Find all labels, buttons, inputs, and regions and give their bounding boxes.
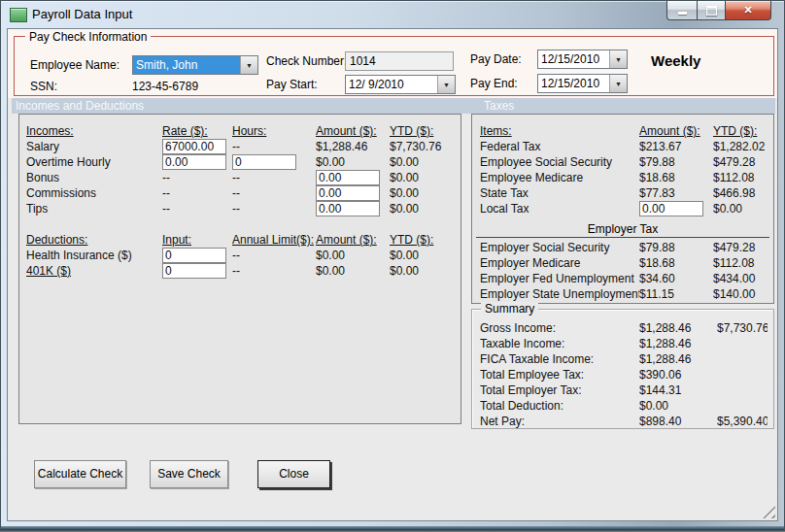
table-input[interactable]: 0.00 xyxy=(316,185,380,201)
table-cell: $0.00 xyxy=(713,202,768,216)
table-cell: $0.00 xyxy=(390,155,454,169)
table-cell: $390.06 xyxy=(639,368,717,382)
payroll-window: Payroll Data Input ✕ Pay Check Informati… xyxy=(0,0,785,531)
table-cell: $7,730.76 xyxy=(390,140,454,153)
table-cell: Gross Income: xyxy=(480,321,639,335)
check-number-field[interactable]: 1014 xyxy=(345,51,454,71)
table-input[interactable]: 0 xyxy=(232,154,296,170)
resize-grip[interactable] xyxy=(763,506,775,518)
table-cell: Health Insurance ($) xyxy=(26,249,162,262)
window-title: Payroll Data Input xyxy=(32,7,132,21)
table-cell: $0.00 xyxy=(316,155,390,169)
app-icon xyxy=(10,8,27,22)
pay-date-datepicker[interactable]: 12/15/2010 ▼ xyxy=(537,50,628,69)
title-bar[interactable]: Payroll Data Input ✕ xyxy=(1,1,784,28)
table-cell: $0.00 xyxy=(316,264,390,278)
pay-start-datepicker[interactable]: 12/ 9/2010 ▼ xyxy=(345,75,456,94)
table-cell: -- xyxy=(232,249,316,262)
table-cell: -- xyxy=(232,140,316,153)
ssn-label: SSN: xyxy=(30,80,57,93)
chevron-down-icon[interactable]: ▼ xyxy=(609,50,627,68)
deduction-table: Deductions:Input:Annual Limit($):Amount … xyxy=(26,233,454,280)
table-cell: $11.15 xyxy=(639,287,713,301)
table-cell: Net Pay: xyxy=(480,415,639,428)
table-cell: Employer Fed Unemployment xyxy=(480,272,639,285)
table-cell: $5,390.40 xyxy=(717,415,768,428)
table-cell: $112.08 xyxy=(713,256,768,270)
table-cell: $479.28 xyxy=(713,241,768,254)
table-cell: YTD ($): xyxy=(390,124,454,138)
table-cell: Deductions: xyxy=(26,233,162,247)
group-label: Pay Check Information xyxy=(25,30,151,44)
save-check-button[interactable]: Save Check xyxy=(150,460,228,488)
calculate-check-button[interactable]: Calculate Check xyxy=(34,460,126,488)
table-input[interactable]: 0.00 xyxy=(162,154,226,170)
employee-name-label: Employee Name: xyxy=(30,58,119,72)
table-cell: Employer Medicare xyxy=(480,256,639,270)
close-icon: ✕ xyxy=(743,4,752,17)
maximize-button[interactable] xyxy=(698,1,726,20)
table-cell: Rate ($): xyxy=(162,124,232,138)
employer-tax-header: Employer Tax xyxy=(476,222,769,238)
table-cell: Total Employer Tax: xyxy=(480,383,639,397)
table-cell: $0.00 xyxy=(639,399,717,413)
table-cell: Employer State Unemployment xyxy=(480,287,639,301)
table-cell: $144.31 xyxy=(639,383,717,397)
table-cell: YTD ($): xyxy=(390,233,454,247)
table-cell: -- xyxy=(162,186,232,200)
table-cell: State Tax xyxy=(480,186,639,200)
table-input[interactable]: 0 xyxy=(162,248,226,263)
check-number-label: Check Number: xyxy=(266,54,347,68)
pay-date-label: Pay Date: xyxy=(470,52,522,66)
chevron-down-icon[interactable]: ▼ xyxy=(437,76,455,93)
window-bottom-edge xyxy=(1,526,784,530)
chevron-down-icon[interactable]: ▼ xyxy=(240,56,257,74)
table-cell: $34.60 xyxy=(639,272,713,285)
table-input[interactable]: 0.00 xyxy=(639,201,703,216)
ssn-value: 123-45-6789 xyxy=(132,80,198,93)
taxes-panel: Items:Amount ($):YTD ($):Federal Tax$213… xyxy=(471,114,774,304)
employee-name-combobox[interactable]: Smith, John ▼ xyxy=(132,55,258,75)
table-cell: -- xyxy=(232,171,316,184)
incomes-section-header: Incomes and Deductions xyxy=(16,99,144,113)
table-cell: -- xyxy=(232,186,316,200)
table-cell: $0.00 xyxy=(390,171,454,184)
table-cell: $0.00 xyxy=(390,264,454,278)
table-cell: $479.28 xyxy=(713,155,768,169)
table-cell: $1,288.46 xyxy=(639,352,717,366)
close-check-button[interactable]: Close xyxy=(257,460,330,488)
table-cell: $1,288.46 xyxy=(316,140,390,153)
table-cell: $213.67 xyxy=(639,140,713,153)
table-cell: Hours: xyxy=(232,124,316,138)
table-cell: Annual Limit($): xyxy=(232,233,316,247)
income-table: Incomes:Rate ($):Hours:Amount ($):YTD ($… xyxy=(26,124,454,217)
table-input[interactable]: 67000.00 xyxy=(162,139,226,154)
table-cell: 401K ($) xyxy=(26,264,162,278)
table-cell: Bonus xyxy=(26,171,162,184)
table-cell: Federal Tax xyxy=(480,140,639,153)
employer-tax-table: Employer Social Security$79.88$479.28Emp… xyxy=(480,241,768,303)
table-cell: Amount ($): xyxy=(639,124,713,138)
summary-label: Summary xyxy=(481,302,538,316)
table-cell: -- xyxy=(232,202,316,216)
table-input[interactable]: 0 xyxy=(162,263,226,279)
table-cell: YTD ($): xyxy=(713,124,768,138)
table-cell: $1,288.46 xyxy=(639,337,717,350)
table-input[interactable]: 0.00 xyxy=(316,201,380,216)
table-cell: Amount ($): xyxy=(316,124,390,138)
chevron-down-icon[interactable]: ▼ xyxy=(609,75,627,92)
pay-date-value: 12/15/2010 xyxy=(538,50,609,68)
pay-end-datepicker[interactable]: 12/15/2010 ▼ xyxy=(537,74,628,93)
table-cell: Local Tax xyxy=(480,202,639,216)
table-cell: FICA Taxable Income: xyxy=(480,352,639,366)
close-button[interactable]: ✕ xyxy=(726,1,771,20)
table-cell: $434.00 xyxy=(713,272,768,285)
table-cell: $18.68 xyxy=(639,256,713,270)
table-cell: Total Deduction: xyxy=(480,399,639,413)
pay-start-value: 12/ 9/2010 xyxy=(346,76,437,93)
table-cell: Commissions xyxy=(26,186,162,200)
table-input[interactable]: 0.00 xyxy=(316,170,380,185)
table-cell: $18.68 xyxy=(639,171,713,184)
minimize-button[interactable] xyxy=(666,1,698,20)
pay-frequency-label: Weekly xyxy=(651,52,700,69)
